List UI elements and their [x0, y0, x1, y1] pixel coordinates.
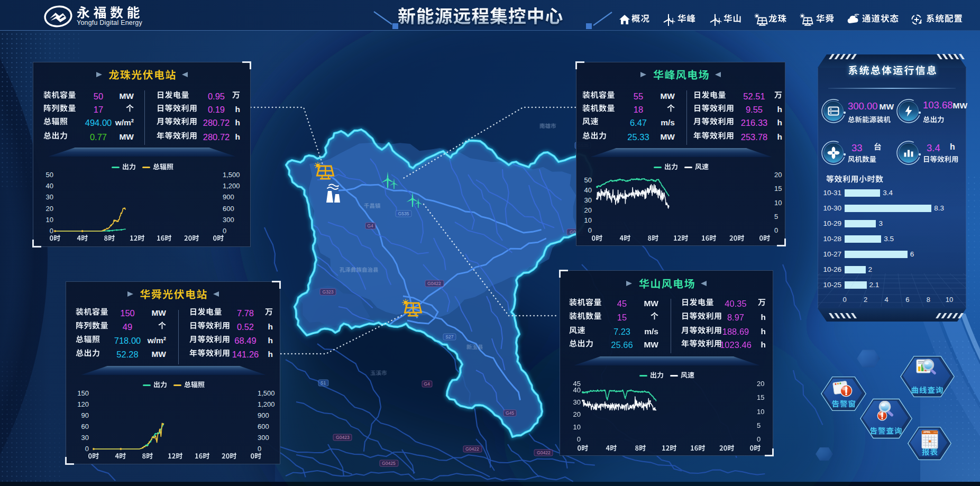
svg-text:G0425: G0425	[382, 461, 396, 466]
svg-text:G0422: G0422	[427, 281, 441, 286]
svg-text:G323: G323	[322, 289, 333, 295]
svg-text:G4: G4	[367, 223, 373, 228]
svg-text:G0422: G0422	[465, 446, 479, 452]
svg-text:G4: G4	[424, 381, 430, 387]
svg-text:S27: S27	[445, 334, 454, 340]
svg-text:G0422: G0422	[537, 450, 551, 455]
svg-text:S1: S1	[320, 380, 326, 386]
svg-text:APRIL: APRIL	[923, 431, 931, 434]
svg-text:G535: G535	[398, 211, 409, 216]
svg-text:2013: 2013	[933, 432, 938, 434]
svg-text:G0423: G0423	[336, 435, 350, 440]
svg-text:G45: G45	[506, 410, 514, 416]
